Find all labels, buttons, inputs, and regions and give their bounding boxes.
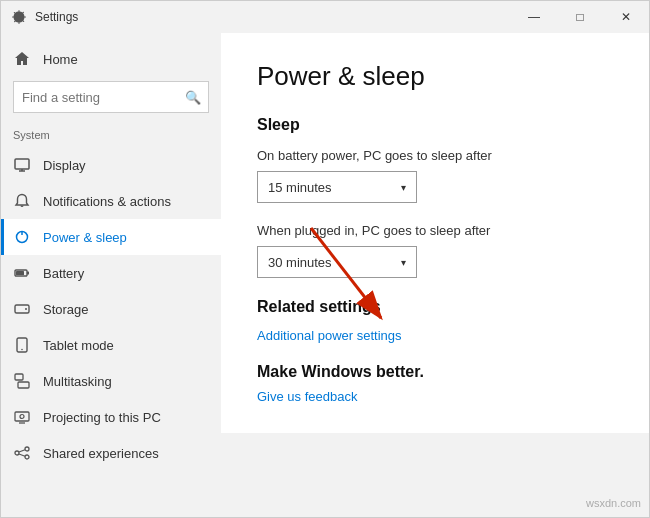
battery-sleep-value: 15 minutes [268, 180, 332, 195]
sidebar-item-storage[interactable]: Storage [1, 291, 221, 327]
settings-icon [11, 9, 27, 25]
sidebar-label-power-sleep: Power & sleep [43, 230, 127, 245]
sidebar-item-multitasking[interactable]: Multitasking [1, 363, 221, 399]
battery-icon [13, 264, 31, 282]
sidebar: Home 🔍 System Display Notifi [1, 33, 221, 517]
make-better-section: Make Windows better. Give us feedback [257, 363, 613, 405]
search-box: 🔍 [13, 81, 209, 113]
battery-sleep-label: On battery power, PC goes to sleep after [257, 148, 613, 163]
notifications-icon [13, 192, 31, 210]
plugged-sleep-arrow: ▾ [401, 257, 406, 268]
svg-rect-14 [15, 412, 29, 421]
sidebar-item-shared-experiences[interactable]: Shared experiences [1, 435, 221, 471]
svg-point-17 [15, 451, 19, 455]
svg-rect-7 [27, 272, 29, 275]
sidebar-item-battery[interactable]: Battery [1, 255, 221, 291]
sidebar-label-tablet-mode: Tablet mode [43, 338, 114, 353]
home-icon [13, 50, 31, 68]
minimize-button[interactable]: — [511, 1, 557, 33]
sidebar-label-projecting: Projecting to this PC [43, 410, 161, 425]
multitasking-icon [13, 372, 31, 390]
sidebar-item-projecting[interactable]: Projecting to this PC [1, 399, 221, 435]
svg-point-16 [20, 415, 24, 419]
projecting-icon [13, 408, 31, 426]
battery-sleep-arrow: ▾ [401, 182, 406, 193]
plugged-sleep-dropdown[interactable]: 30 minutes ▾ [257, 246, 417, 278]
sidebar-label-home: Home [43, 52, 78, 67]
svg-line-21 [19, 454, 25, 456]
sidebar-label-multitasking: Multitasking [43, 374, 112, 389]
storage-icon [13, 300, 31, 318]
search-input[interactable] [13, 81, 209, 113]
watermark: wsxdn.com [586, 497, 641, 509]
sleep-section-title: Sleep [257, 116, 613, 134]
titlebar: Settings — □ ✕ [1, 1, 649, 33]
svg-rect-6 [16, 271, 24, 275]
svg-line-20 [19, 450, 25, 452]
display-icon [13, 156, 31, 174]
svg-point-18 [25, 447, 29, 451]
main-panel: Power & sleep Sleep On battery power, PC… [221, 33, 649, 433]
shared-icon [13, 444, 31, 462]
sidebar-label-display: Display [43, 158, 86, 173]
related-settings-title: Related settings [257, 298, 613, 316]
main-panel-wrapper: Power & sleep Sleep On battery power, PC… [221, 33, 649, 517]
svg-rect-12 [15, 374, 23, 380]
sidebar-label-storage: Storage [43, 302, 89, 317]
maximize-button[interactable]: □ [557, 1, 603, 33]
close-button[interactable]: ✕ [603, 1, 649, 33]
additional-power-settings-link[interactable]: Additional power settings [257, 328, 402, 343]
plugged-sleep-label: When plugged in, PC goes to sleep after [257, 223, 613, 238]
battery-sleep-dropdown[interactable]: 15 minutes ▾ [257, 171, 417, 203]
sleep-section: Sleep On battery power, PC goes to sleep… [257, 116, 613, 278]
svg-rect-0 [15, 159, 29, 169]
window-title: Settings [35, 10, 78, 24]
sidebar-label-battery: Battery [43, 266, 84, 281]
svg-point-9 [25, 308, 27, 310]
titlebar-controls: — □ ✕ [511, 1, 649, 33]
sidebar-item-display[interactable]: Display [1, 147, 221, 183]
make-better-title: Make Windows better. [257, 363, 613, 381]
sidebar-item-power-sleep[interactable]: Power & sleep [1, 219, 221, 255]
content-area: Home 🔍 System Display Notifi [1, 33, 649, 517]
titlebar-left: Settings [11, 9, 78, 25]
svg-rect-13 [18, 382, 29, 388]
sidebar-item-notifications[interactable]: Notifications & actions [1, 183, 221, 219]
give-feedback-link[interactable]: Give us feedback [257, 389, 357, 404]
plugged-sleep-value: 30 minutes [268, 255, 332, 270]
sidebar-item-tablet-mode[interactable]: Tablet mode [1, 327, 221, 363]
sidebar-label-notifications: Notifications & actions [43, 194, 171, 209]
svg-point-19 [25, 455, 29, 459]
sidebar-label-shared-experiences: Shared experiences [43, 446, 159, 461]
related-settings-section: Related settings Additional power settin… [257, 298, 613, 363]
search-icon: 🔍 [185, 90, 201, 105]
page-title: Power & sleep [257, 61, 613, 92]
tablet-icon [13, 336, 31, 354]
sidebar-item-home[interactable]: Home [1, 41, 221, 77]
svg-point-11 [21, 349, 23, 351]
system-section-label: System [1, 125, 221, 147]
settings-window: Settings — □ ✕ Home 🔍 System [0, 0, 650, 518]
power-icon [13, 228, 31, 246]
